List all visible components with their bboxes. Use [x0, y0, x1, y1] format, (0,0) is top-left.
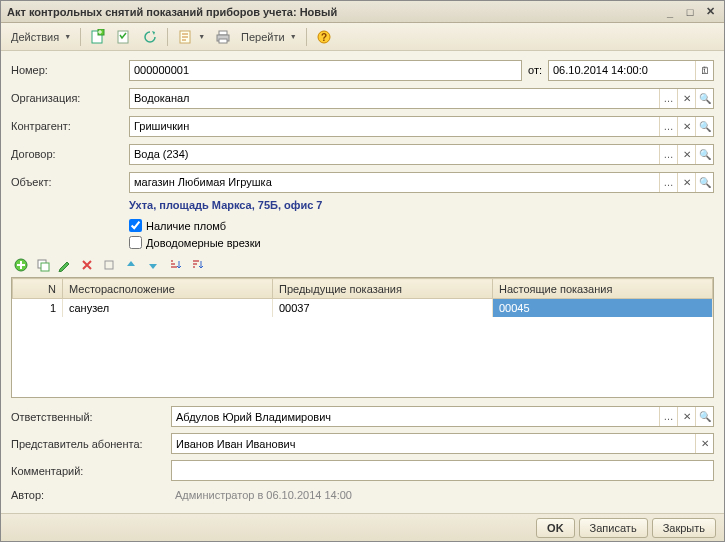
delete-row-button[interactable]: [79, 257, 95, 273]
org-input[interactable]: [130, 92, 659, 104]
add-row-button[interactable]: [13, 257, 29, 273]
search-button[interactable]: 🔍: [695, 173, 713, 192]
grid-toolbar: [11, 253, 714, 277]
col-prev[interactable]: Предыдущие показания: [273, 279, 493, 299]
search-button[interactable]: 🔍: [695, 89, 713, 108]
svg-text:?: ?: [321, 32, 327, 43]
clear-button[interactable]: ✕: [677, 145, 695, 164]
col-curr[interactable]: Настоящие показания: [493, 279, 713, 299]
author-text: Администратор в 06.10.2014 14:00: [171, 487, 356, 503]
search-icon: 🔍: [699, 411, 711, 422]
from-label: от:: [528, 64, 542, 76]
close-form-button[interactable]: Закрыть: [652, 518, 716, 538]
ok-button[interactable]: OK: [536, 518, 575, 538]
close-button[interactable]: ✕: [702, 5, 718, 19]
sort-desc-button[interactable]: [189, 257, 205, 273]
goto-menu[interactable]: Перейти ▼: [237, 26, 301, 48]
sort-asc-button[interactable]: [167, 257, 183, 273]
cell-location[interactable]: санузел: [63, 299, 273, 317]
clear-button[interactable]: ✕: [677, 89, 695, 108]
number-input[interactable]: [129, 60, 522, 81]
author-label: Автор:: [11, 489, 171, 501]
representative-label: Представитель абонента:: [11, 438, 171, 450]
doc-plus-icon: [90, 29, 106, 45]
search-icon: 🔍: [699, 93, 711, 104]
help-icon: ?: [316, 29, 332, 45]
representative-input[interactable]: [172, 438, 695, 450]
clear-button[interactable]: ✕: [677, 407, 695, 426]
grid: N Месторасположение Предыдущие показания…: [11, 277, 714, 398]
address-text: Ухта, площадь Маркса, 75Б, офис 7: [129, 199, 714, 211]
chevron-down-icon: ▼: [290, 33, 297, 40]
clear-button[interactable]: ✕: [677, 117, 695, 136]
print-icon: [215, 29, 231, 45]
edit-row-button[interactable]: [57, 257, 73, 273]
post-button[interactable]: [112, 26, 136, 48]
print-button[interactable]: [211, 26, 235, 48]
refresh-icon: [142, 29, 158, 45]
illegal-checkbox[interactable]: [129, 236, 142, 249]
clear-button[interactable]: ✕: [695, 434, 713, 453]
footer: OK Записать Закрыть: [1, 513, 724, 541]
svg-rect-6: [219, 39, 227, 43]
date-input[interactable]: [549, 64, 695, 76]
search-icon: 🔍: [699, 149, 711, 160]
actions-menu[interactable]: Действия ▼: [7, 26, 75, 48]
chevron-down-icon: ▼: [198, 33, 205, 40]
calendar-icon: 🗓: [700, 65, 710, 76]
cell-curr[interactable]: 00045: [493, 299, 713, 317]
contractor-label: Контрагент:: [11, 120, 129, 132]
col-location[interactable]: Месторасположение: [63, 279, 273, 299]
comment-input[interactable]: [171, 460, 714, 481]
contract-input[interactable]: [130, 148, 659, 160]
clear-button[interactable]: ✕: [677, 173, 695, 192]
search-button[interactable]: 🔍: [695, 117, 713, 136]
select-button[interactable]: …: [659, 145, 677, 164]
titlebar: Акт контрольных снятий показаний приборо…: [1, 1, 724, 23]
svg-rect-4: [219, 31, 227, 35]
seal-label: Наличие пломб: [146, 220, 226, 232]
object-input[interactable]: [130, 176, 659, 188]
search-icon: 🔍: [699, 121, 711, 132]
org-label: Организация:: [11, 92, 129, 104]
minimize-button[interactable]: _: [662, 5, 678, 19]
col-n[interactable]: N: [13, 279, 63, 299]
window-title: Акт контрольных снятий показаний приборо…: [7, 6, 662, 18]
responsible-input[interactable]: [172, 411, 659, 423]
actions-label: Действия: [11, 31, 59, 43]
search-button[interactable]: 🔍: [695, 407, 713, 426]
move-top-button[interactable]: [101, 257, 117, 273]
object-label: Объект:: [11, 176, 129, 188]
select-button[interactable]: …: [659, 407, 677, 426]
select-button[interactable]: …: [659, 173, 677, 192]
calendar-button[interactable]: 🗓: [695, 61, 713, 80]
select-button[interactable]: …: [659, 89, 677, 108]
maximize-button[interactable]: □: [682, 5, 698, 19]
report-icon: [177, 29, 193, 45]
chevron-down-icon: ▼: [64, 33, 71, 40]
cell-n[interactable]: 1: [13, 299, 63, 317]
copy-row-button[interactable]: [35, 257, 51, 273]
svg-rect-12: [105, 261, 113, 269]
seal-checkbox[interactable]: [129, 219, 142, 232]
move-up-button[interactable]: [123, 257, 139, 273]
select-button[interactable]: …: [659, 117, 677, 136]
add-doc-button[interactable]: [86, 26, 110, 48]
toolbar: Действия ▼ ▼ Перейти ▼ ?: [1, 23, 724, 51]
search-button[interactable]: 🔍: [695, 145, 713, 164]
save-button[interactable]: Записать: [579, 518, 648, 538]
help-button[interactable]: ?: [312, 26, 336, 48]
cell-prev[interactable]: 00037: [273, 299, 493, 317]
post-icon: [116, 29, 132, 45]
comment-label: Комментарий:: [11, 465, 171, 477]
move-down-button[interactable]: [145, 257, 161, 273]
illegal-label: Доводомерные врезки: [146, 237, 261, 249]
contractor-input[interactable]: [130, 120, 659, 132]
responsible-label: Ответственный:: [11, 411, 171, 423]
svg-rect-11: [41, 263, 49, 271]
search-icon: 🔍: [699, 177, 711, 188]
refresh-button[interactable]: [138, 26, 162, 48]
table-row[interactable]: 1 санузел 00037 00045: [13, 299, 713, 317]
report-button[interactable]: ▼: [173, 26, 209, 48]
goto-label: Перейти: [241, 31, 285, 43]
